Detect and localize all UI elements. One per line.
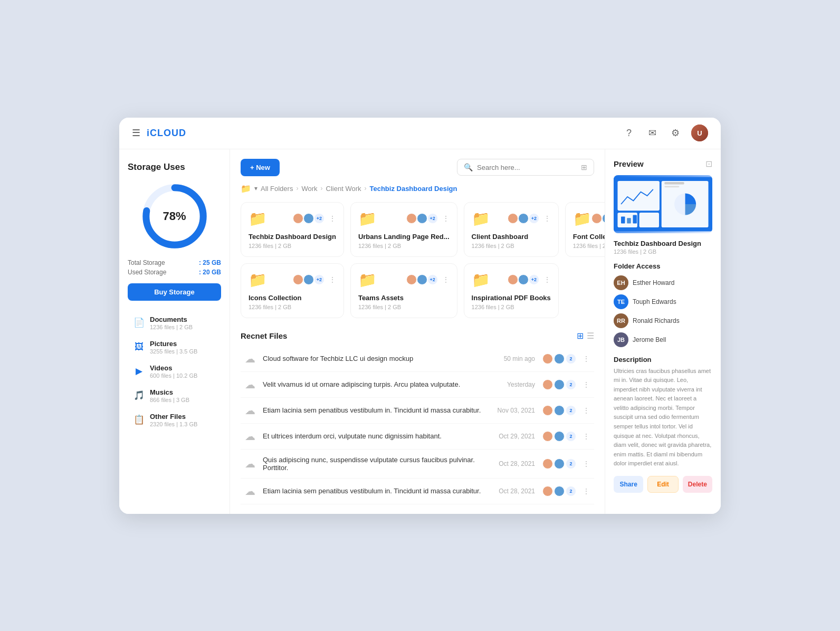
- sidebar-item-pictures[interactable]: 🖼 Pictures 3255 files | 3.5 GB: [128, 336, 221, 359]
- recent-more-icon[interactable]: ⋮: [583, 355, 590, 363]
- user-avatar[interactable]: U: [691, 125, 708, 141]
- folder-meta: 1236 files | 2 GB: [573, 243, 605, 249]
- sidebar-icon-2: ▶: [133, 366, 145, 377]
- list-view-icon[interactable]: ☰: [587, 331, 594, 341]
- folder-card[interactable]: 📁 +2 ⋮ Icons Collection 1236 files | 2 G…: [241, 263, 344, 318]
- folder-more-icon[interactable]: ⋮: [442, 214, 450, 223]
- folder-avatar-2: [518, 213, 529, 224]
- svg-rect-8: [627, 218, 631, 223]
- recent-file-name: Et ultrices interdum orci, vulputate nun…: [263, 432, 499, 440]
- recent-file-avatars: 2: [542, 405, 576, 416]
- total-label: Total Storage: [128, 259, 165, 266]
- access-item: TE Touph Edwards: [614, 294, 712, 309]
- recent-more-icon[interactable]: ⋮: [583, 406, 590, 415]
- recent-avatar-count: 2: [566, 486, 576, 496]
- folder-avatar-2: [417, 213, 427, 224]
- folder-meta: 1236 files | 2 GB: [358, 304, 450, 310]
- sidebar-item-other-files[interactable]: 📋 Other Files 2320 files | 1.3 GB: [128, 408, 221, 432]
- folder-card[interactable]: 📁 +2 ⋮ Techbiz Dashboard Design 1236 fil…: [241, 202, 344, 257]
- folder-more-icon[interactable]: ⋮: [329, 214, 336, 223]
- recent-item[interactable]: ☁ Etiam lacinia sem penatibus vestibulum…: [241, 479, 594, 504]
- access-item: RR Ronald Richards: [614, 313, 712, 328]
- search-input[interactable]: [477, 164, 577, 171]
- recent-more-icon[interactable]: ⋮: [583, 460, 590, 468]
- folder-icon: 📁: [358, 271, 377, 289]
- folder-avatar-2: [602, 213, 605, 224]
- recent-file-name: Quis adipiscing nunc, suspendisse vulput…: [263, 456, 499, 472]
- recent-item[interactable]: ☁ Et ultrices interdum orci, vulputate n…: [241, 424, 594, 450]
- recent-item[interactable]: ☁ Velit vivamus id ut ornare adipiscing …: [241, 372, 594, 398]
- folder-card[interactable]: 📁 +2 ⋮ Urbans Landing Page Red... 1236 f…: [350, 202, 457, 257]
- recent-file-avatars: 2: [542, 486, 576, 496]
- recent-more-icon[interactable]: ⋮: [583, 380, 590, 389]
- folder-avatar-2: [417, 274, 427, 285]
- preview-access-list: EH Esther Howard TE Touph Edwards RR Ron…: [614, 275, 712, 347]
- folder-avatars: +2: [406, 274, 438, 285]
- new-button[interactable]: + New: [241, 159, 280, 176]
- preview-header: Preview ⊡: [614, 159, 712, 169]
- sidebar-item-documents[interactable]: 📄 Documents 1236 files | 2 GB: [128, 311, 221, 334]
- settings-icon[interactable]: ⚙: [668, 126, 683, 140]
- recent-avatar-2: [554, 431, 565, 442]
- share-button[interactable]: Share: [614, 476, 643, 493]
- recent-file-icon: ☁: [245, 485, 255, 498]
- delete-button[interactable]: Delete: [683, 476, 712, 493]
- folder-more-icon[interactable]: ⋮: [442, 275, 450, 284]
- breadcrumb-item-2[interactable]: Work: [301, 185, 317, 193]
- recent-avatar-count: 2: [566, 379, 576, 390]
- svg-rect-11: [664, 181, 684, 184]
- hamburger-icon[interactable]: ☰: [132, 127, 140, 139]
- folders-grid: 📁 +2 ⋮ Techbiz Dashboard Design 1236 fil…: [241, 202, 594, 318]
- folder-card[interactable]: 📁 +2 ⋮ Inspirational PDF Books 1236 file…: [464, 263, 559, 318]
- recent-avatar-1: [542, 458, 553, 469]
- recent-item[interactable]: ☁ Cloud software for Techbiz LLC ui desi…: [241, 346, 594, 372]
- filter-icon[interactable]: ⊞: [581, 163, 587, 171]
- folder-avatar-2: [303, 213, 314, 224]
- edit-button[interactable]: Edit: [647, 476, 678, 493]
- folder-more-icon[interactable]: ⋮: [329, 275, 336, 284]
- folder-name: Client Dashboard: [472, 233, 551, 241]
- folder-name: Techbiz Dashboard Design: [249, 233, 336, 241]
- breadcrumb-item-3[interactable]: Client Work: [326, 185, 361, 193]
- recent-item[interactable]: ☁ Quis adipiscing nunc, suspendisse vulp…: [241, 450, 594, 479]
- recent-more-icon[interactable]: ⋮: [583, 432, 590, 441]
- breadcrumb-dropdown[interactable]: ▾: [254, 185, 257, 192]
- folder-card[interactable]: 📁 +2 ⋮ Font Collection 1236 files | 2 GB: [565, 202, 605, 257]
- breadcrumb-item-4[interactable]: Techbiz Dashboard Design: [369, 185, 457, 193]
- recent-file-avatars: 2: [542, 379, 576, 390]
- folder-avatar-1: [406, 213, 417, 224]
- access-item: EH Esther Howard: [614, 275, 712, 290]
- recent-file-time: Nov 03, 2021: [498, 407, 535, 414]
- mail-icon[interactable]: ✉: [645, 126, 660, 140]
- donut-percent: 78%: [163, 209, 186, 223]
- sidebar-item-videos[interactable]: ▶ Videos 600 files | 10.2 GB: [128, 360, 221, 383]
- description-text: Ultricies cras faucibus phasellus amet m…: [614, 367, 712, 469]
- access-avatar-2: RR: [614, 313, 628, 328]
- sidebar-icon-4: 📋: [133, 414, 145, 425]
- breadcrumb-item-1[interactable]: All Folders: [261, 185, 293, 193]
- folder-card[interactable]: 📁 +2 ⋮ Teams Assets 1236 files | 2 GB: [350, 263, 457, 318]
- recent-item[interactable]: ☁ Etiam lacinia sem penatibus vestibulum…: [241, 398, 594, 424]
- used-label: Used Storage: [128, 269, 166, 276]
- recent-avatar-1: [542, 353, 553, 364]
- sidebar-item-name-0: Documents: [150, 316, 216, 323]
- recent-file-time: Oct 28, 2021: [499, 487, 535, 495]
- access-avatar-0: EH: [614, 275, 628, 290]
- folder-more-icon[interactable]: ⋮: [543, 275, 551, 284]
- recent-file-avatars: 2: [542, 431, 576, 442]
- buy-storage-button[interactable]: Buy Storage: [128, 283, 221, 301]
- folder-meta: 1236 files | 2 GB: [472, 304, 551, 310]
- recent-more-icon[interactable]: ⋮: [583, 487, 590, 495]
- recent-file-time: Oct 28, 2021: [499, 460, 535, 467]
- svg-rect-7: [621, 216, 625, 223]
- preview-expand-icon[interactable]: ⊡: [705, 159, 712, 169]
- folder-card[interactable]: 📁 +2 ⋮ Client Dashboard 1236 files | 2 G…: [464, 202, 559, 257]
- description-title: Description: [614, 356, 712, 364]
- sidebar-item-musics[interactable]: 🎵 Musics 866 files | 3 GB: [128, 384, 221, 407]
- grid-view-icon[interactable]: ⊞: [577, 331, 584, 341]
- folder-more-icon[interactable]: ⋮: [543, 214, 551, 223]
- content-topbar: + New 🔍 ⊞: [241, 159, 594, 176]
- recent-avatar-1: [542, 486, 553, 496]
- help-icon[interactable]: ?: [622, 126, 636, 140]
- logo-text: iCLOUD: [147, 128, 186, 139]
